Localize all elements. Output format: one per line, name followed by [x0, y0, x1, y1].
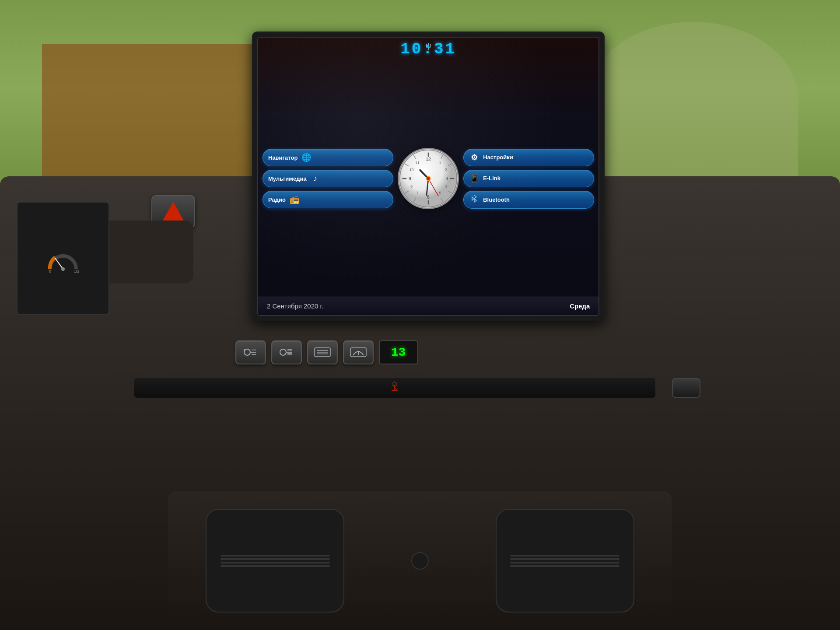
controls-panel: 13 [235, 340, 418, 364]
bluetooth-icon [469, 195, 480, 205]
navigator-label: Навигатор [268, 154, 298, 161]
elink-icon: 📱 [469, 174, 480, 183]
analog-clock: 12 3 6 9 1 2 4 5 7 8 10 11 [398, 148, 459, 209]
infotainment-screen[interactable]: ψ 10:31 Навигатор 🌐 Мультимедиа ♪ Радио … [257, 37, 599, 316]
vent-slat-3 [220, 562, 330, 564]
hazard-triangle-icon [162, 202, 184, 221]
right-button-column: ⚙ Настройки 📱 E-Link Bluetooth [463, 149, 594, 209]
svg-text:5: 5 [439, 191, 441, 196]
svg-text:9: 9 [409, 176, 411, 181]
rear-defrost-button[interactable] [307, 340, 338, 364]
fuel-gauge-svg: 0 1/2 [46, 243, 80, 273]
vent-slat-r4 [510, 565, 620, 567]
navigator-icon: 🌐 [301, 153, 312, 162]
radio-label: Радио [268, 196, 286, 203]
rear-defrost-icon [314, 346, 331, 359]
radio-button[interactable]: Радио 📻 [262, 191, 393, 208]
svg-text:2: 2 [445, 168, 447, 172]
multimedia-icon: ♪ [310, 174, 321, 183]
main-menu: Навигатор 🌐 Мультимедиа ♪ Радио 📻 [258, 62, 598, 295]
bluetooth-label: Bluetooth [483, 196, 510, 203]
temperature-value: 13 [391, 346, 406, 359]
date-text: 2 Сентября 2020 г. [267, 302, 323, 310]
multimedia-button[interactable]: Мультимедиа ♪ [262, 170, 393, 187]
svg-text:7: 7 [416, 191, 419, 196]
seatbelt-warning-icon [388, 382, 401, 392]
rear-wiper-icon [350, 346, 367, 359]
vent-slat-4 [220, 565, 330, 567]
svg-text:11: 11 [416, 161, 420, 165]
svg-text:10: 10 [410, 168, 414, 172]
vent-slats-right [510, 555, 620, 567]
elink-label: E-Link [483, 175, 500, 182]
side-button[interactable] [672, 378, 700, 398]
svg-text:3: 3 [445, 176, 448, 181]
high-beam-button[interactable] [271, 340, 302, 364]
svg-text:12: 12 [426, 157, 431, 162]
clock-svg: 12 3 6 9 1 2 4 5 7 8 10 11 [399, 149, 458, 208]
svg-point-36 [280, 349, 286, 355]
settings-button[interactable]: ⚙ Настройки [463, 149, 594, 166]
fog-light-button[interactable] [235, 340, 266, 364]
vent-slat-r3 [510, 562, 620, 564]
vent-slat-1 [220, 555, 330, 556]
left-vent [206, 509, 344, 612]
clock-face: 12 3 6 9 1 2 4 5 7 8 10 11 [398, 148, 459, 209]
seatbelt-warning-bar [134, 378, 655, 398]
svg-text:1: 1 [439, 161, 441, 165]
rear-wiper-button[interactable] [343, 340, 374, 364]
air-vents-area [168, 491, 672, 630]
fog-light-icon [243, 346, 258, 359]
multimedia-label: Мультимедиа [268, 175, 307, 182]
radio-icon: 📻 [289, 195, 300, 204]
bluetooth-button[interactable]: Bluetooth [463, 191, 594, 209]
svg-text:0: 0 [49, 269, 51, 273]
svg-text:8: 8 [411, 184, 413, 189]
seatbelt-icon [388, 382, 401, 395]
fuel-gauge: 0 1/2 [17, 202, 109, 315]
navigator-button[interactable]: Навигатор 🌐 [262, 149, 393, 166]
svg-text:6: 6 [427, 194, 430, 200]
svg-point-51 [61, 267, 65, 271]
svg-line-50 [55, 258, 63, 269]
elink-button[interactable]: 📱 E-Link [463, 170, 594, 187]
settings-icon: ⚙ [469, 153, 480, 162]
vent-slats [220, 555, 330, 567]
high-beam-icon [279, 346, 294, 359]
svg-text:4: 4 [445, 184, 447, 189]
center-vent-knob[interactable] [411, 552, 429, 570]
vent-slat-2 [220, 558, 330, 560]
time-display: 10:31 [400, 40, 456, 58]
day-text: Среда [570, 302, 590, 310]
settings-label: Настройки [483, 154, 513, 161]
temperature-display: 13 [379, 340, 418, 364]
svg-point-29 [427, 178, 429, 179]
light-controls-row: 13 [235, 340, 418, 364]
screen-bezel: ψ 10:31 Навигатор 🌐 Мультимедиа ♪ Радио … [252, 32, 605, 321]
svg-point-31 [244, 349, 250, 355]
vent-slat-r1 [510, 555, 620, 556]
date-bar: 2 Сентября 2020 г. Среда [258, 297, 598, 315]
svg-text:1/2: 1/2 [74, 269, 80, 273]
svg-point-48 [393, 382, 396, 385]
left-button-column: Навигатор 🌐 Мультимедиа ♪ Радио 📻 [262, 149, 393, 208]
vent-slat-r2 [510, 558, 620, 560]
right-vent [496, 509, 634, 612]
